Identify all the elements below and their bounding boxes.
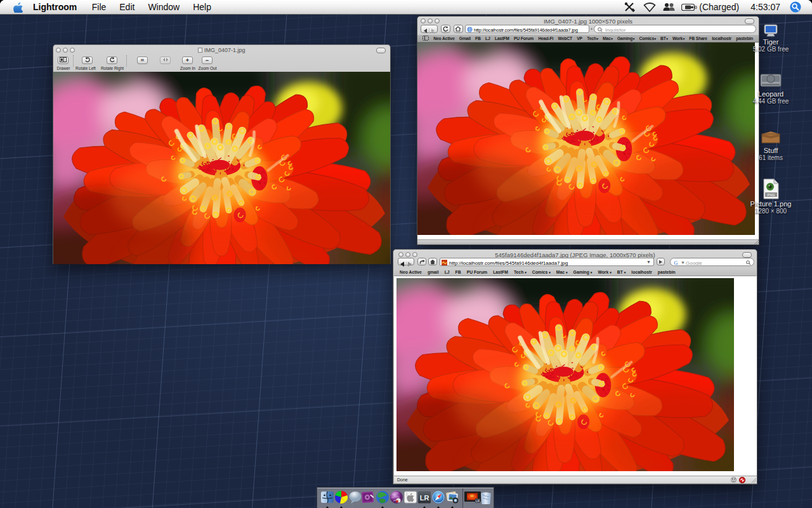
svg-text:PNG: PNG (767, 193, 775, 197)
svg-text:G: G (674, 260, 678, 266)
svg-text:LR: LR (420, 494, 429, 502)
